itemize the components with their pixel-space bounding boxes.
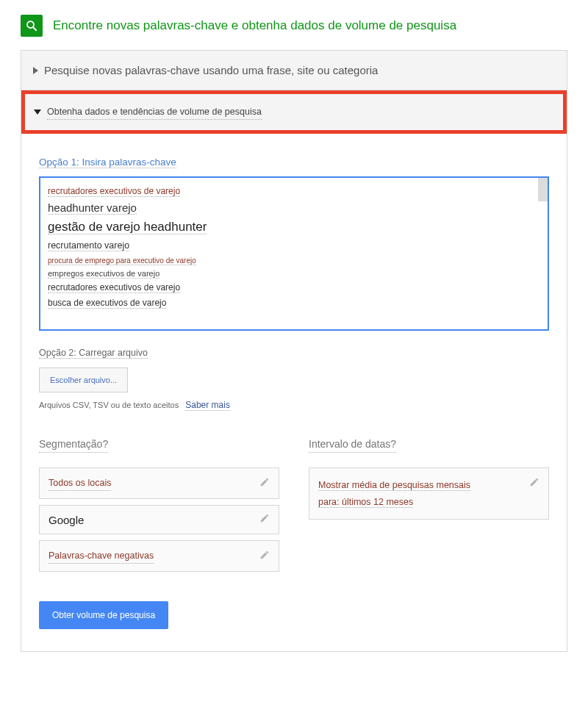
date-range-value: Mostrar média de pesquisas mensais para:…	[318, 477, 470, 510]
keyword-entry: headhunter varejo	[48, 198, 540, 218]
accordion-label: Obtenha dados e tendências de volume de …	[47, 104, 262, 120]
search-icon	[21, 15, 43, 37]
targeting-value: Google	[49, 514, 84, 526]
date-range-column: Intervalo de datas? Mostrar média de pes…	[309, 436, 549, 578]
pencil-icon	[259, 550, 270, 563]
targeting-header: Segmentação?	[39, 436, 108, 453]
chevron-down-icon	[34, 110, 41, 115]
keyword-entry: recrutadores executivos de varejo	[48, 280, 540, 295]
get-volume-button[interactable]: Obter volume de pesquisa	[39, 601, 168, 629]
keyword-entry: empregos executivos de varejo	[48, 267, 540, 281]
targeting-locations[interactable]: Todos os locais	[39, 467, 279, 499]
targeting-value: Todos os locais	[49, 476, 111, 491]
accordion-search-phrase[interactable]: Pesquise novas palavras-chave usando uma…	[21, 51, 567, 90]
date-range-header: Intervalo de datas?	[309, 436, 396, 453]
main-panel: Pesquise novas palavras-chave usando uma…	[21, 50, 567, 652]
page-header: Encontre novas palavras-chave e obtenha …	[21, 15, 567, 37]
svg-line-1	[33, 27, 37, 31]
pencil-icon	[529, 477, 539, 490]
targeting-value: Palavras-chave negativas	[49, 548, 154, 564]
scrollbar[interactable]	[538, 178, 548, 201]
keyword-entry: gestão de varejo headhunter	[48, 217, 540, 238]
keyword-entry: procura de emprego para executivo de var…	[48, 254, 540, 267]
option2-label: Opção 2: Carregar arquivo	[39, 345, 549, 360]
targeting-column: Segmentação? Todos os locais Google Pala…	[39, 436, 279, 578]
targeting-google[interactable]: Google	[39, 505, 279, 534]
pencil-icon	[259, 513, 270, 526]
choose-file-button[interactable]: Escolher arquivo...	[39, 367, 128, 392]
chevron-right-icon	[33, 67, 38, 74]
date-range-box[interactable]: Mostrar média de pesquisas mensais para:…	[309, 467, 549, 520]
learn-more-link[interactable]: Saber mais	[185, 400, 230, 411]
targeting-negative[interactable]: Palavras-chave negativas	[39, 540, 279, 572]
file-hint: Arquivos CSV, TSV ou de texto aceitos Sa…	[39, 398, 549, 412]
svg-point-0	[27, 21, 34, 28]
page-title: Encontre novas palavras-chave e obtenha …	[53, 18, 456, 33]
accordion-label: Pesquise novas palavras-chave usando uma…	[44, 64, 378, 76]
keyword-entry: recrutadores executivos de varejo	[48, 184, 540, 198]
accordion-get-data[interactable]: Obtenha dados e tendências de volume de …	[21, 90, 567, 134]
content-area: Opção 1: Insira palavras-chave recrutado…	[21, 134, 567, 651]
pencil-icon	[259, 477, 270, 490]
keyword-entry: recrutamento varejo	[48, 238, 540, 254]
keyword-entry: busca de executivos de varejo	[48, 295, 540, 310]
option1-label: Opção 1: Insira palavras-chave	[39, 154, 549, 171]
keywords-textarea[interactable]: recrutadores executivos de varejo headhu…	[39, 176, 549, 331]
